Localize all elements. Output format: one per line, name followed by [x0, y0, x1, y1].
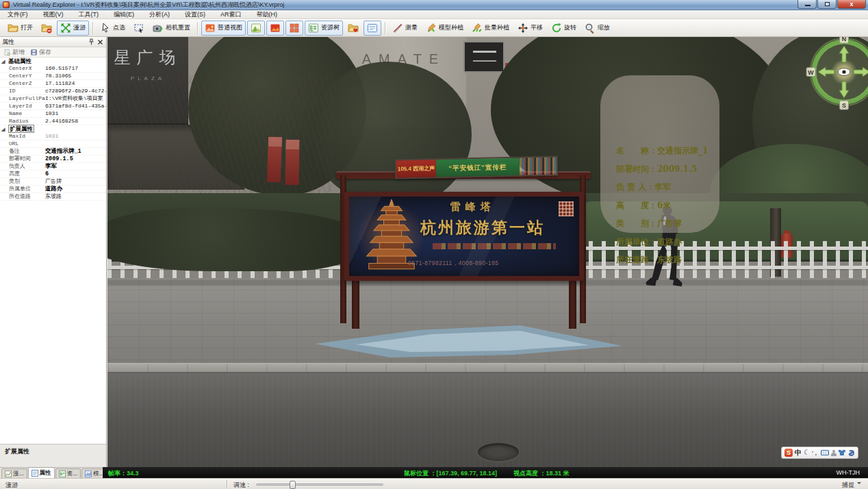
tooltip-line: 高 度：6米 — [616, 197, 708, 215]
ime-skin-icon[interactable] — [839, 450, 845, 455]
property-row[interactable]: 负责人李军 — [0, 163, 106, 171]
property-row[interactable]: 所在道路东坡路 — [0, 193, 106, 201]
form-button[interactable] — [363, 21, 381, 36]
pin-icon[interactable] — [88, 38, 95, 46]
front-bush — [107, 208, 361, 271]
restore-button[interactable] — [817, 0, 837, 9]
ime-settings-icon[interactable] — [847, 449, 854, 456]
ime-fullhalf-icon[interactable]: ☾ — [804, 449, 810, 456]
panel-close-icon[interactable] — [97, 38, 104, 46]
property-row[interactable]: 类别广告牌 — [0, 178, 106, 186]
pan-button[interactable]: 平移 — [514, 21, 546, 36]
marquee-select-button[interactable] — [130, 21, 148, 36]
property-value[interactable]: 1031 — [45, 133, 106, 140]
menu-item-3[interactable]: 工具(T) — [71, 10, 107, 19]
panel-tab-1[interactable]: 漫... — [1, 468, 27, 478]
favorite-folder-icon — [348, 23, 359, 34]
ime-toolbar[interactable]: S 中 ☾ '， — [781, 447, 858, 459]
property-grid[interactable]: ◢基础属性CenterX160.515717CenterY70.31065Cen… — [0, 58, 106, 444]
menu-item-7[interactable]: AR窗口 — [213, 10, 249, 19]
property-value[interactable]: 6371af8d-fd41-435a-97 — [45, 103, 106, 110]
menu-item-2[interactable]: 视图(V) — [36, 10, 71, 19]
property-row[interactable]: IDc72896f2-6b29-4c72-bb — [0, 88, 106, 95]
property-value[interactable]: I:\VR资料收集\项目案 — [45, 95, 106, 102]
property-row[interactable]: LayerFullPathI:\VR资料收集\项目案 — [0, 95, 106, 103]
ime-account-icon[interactable] — [831, 450, 837, 456]
save-button[interactable]: 保存 — [30, 48, 51, 57]
grid-view-button[interactable] — [285, 21, 303, 36]
speed-slider-thumb[interactable] — [290, 481, 296, 489]
expander-icon[interactable]: ◢ — [1, 58, 5, 65]
resource-tree-button[interactable]: 资源树 — [305, 21, 343, 36]
menu-item-6[interactable]: 设置(S) — [177, 10, 213, 19]
property-row[interactable]: CenterY70.31065 — [0, 73, 106, 80]
panel-tab-3[interactable]: 资... — [55, 468, 81, 478]
property-label: 高度 — [0, 171, 45, 177]
property-value[interactable]: 2009.1.5 — [45, 155, 106, 162]
ime-punctuation-icon[interactable]: '， — [812, 449, 819, 457]
property-value[interactable]: 李军 — [45, 163, 106, 170]
tooltip-line: 部署时间：2009.1.5 — [616, 160, 708, 179]
navigation-compass[interactable]: N S W E — [803, 37, 868, 113]
pick-button[interactable]: 点选 — [97, 21, 129, 36]
property-value[interactable]: c72896f2-6b29-4c72-bb — [45, 88, 106, 95]
billboard[interactable]: 雷峰塔 杭州旅游第一站 0571-87982111，4008-890-185 — [344, 192, 584, 281]
model-plant-button[interactable]: 模型种植 — [422, 21, 467, 36]
property-value[interactable]: 2.44168258 — [45, 118, 106, 125]
minimize-button[interactable] — [797, 0, 817, 9]
expander-icon[interactable]: ◢ — [1, 125, 5, 133]
property-label: Radius — [0, 118, 45, 125]
camera-reset-button[interactable]: 相机重置 — [149, 21, 194, 36]
ime-logo-icon[interactable]: S — [784, 449, 793, 457]
rotate-button[interactable]: 旋转 — [548, 21, 580, 36]
capture-dropdown[interactable]: 捕捉 — [842, 481, 861, 489]
property-row[interactable]: MaxId1031 — [0, 133, 106, 140]
property-row[interactable]: LayerId6371af8d-fd41-435a-97 — [0, 103, 106, 110]
property-value[interactable]: 广告牌 — [45, 178, 106, 185]
normal-view-button[interactable]: 普通视图 — [201, 21, 246, 36]
viewport-3d[interactable]: 星广场 PLAZA AMATE 105.4 西湖之声 “平安钱江”宣传栏 — [107, 37, 868, 467]
property-value[interactable]: 交通指示牌_1 — [45, 148, 106, 155]
menu-item-4[interactable]: 编辑(E) — [106, 10, 142, 19]
roam-button[interactable]: 漫游 — [57, 21, 89, 36]
property-group-header[interactable]: ◢基础属性 — [0, 58, 106, 65]
property-label: 部署时间 — [0, 155, 45, 162]
ime-keyboard-icon[interactable] — [821, 450, 829, 455]
open-button[interactable]: 打开 — [4, 21, 36, 36]
property-row[interactable]: 部署时间2009.1.5 — [0, 155, 106, 163]
property-value[interactable]: 160.515717 — [45, 65, 106, 72]
property-group-header[interactable]: ◢扩展属性 — [0, 125, 106, 133]
close-project-button[interactable] — [38, 21, 55, 36]
property-value[interactable]: 17.111824 — [45, 80, 106, 87]
menu-item-1[interactable]: 文件(F) — [0, 10, 36, 19]
property-row[interactable]: 备注交通指示牌_1 — [0, 148, 106, 155]
red-view-button[interactable] — [266, 21, 284, 36]
terrain-view-button[interactable] — [247, 21, 265, 36]
property-value[interactable]: 70.31065 — [45, 73, 106, 79]
property-row[interactable]: CenterZ17.111824 — [0, 80, 106, 88]
close-button[interactable]: x — [837, 0, 866, 9]
batch-plant-button[interactable]: 批量种植 — [468, 21, 513, 36]
property-row[interactable]: 所属单位道路办 — [0, 186, 106, 193]
property-value[interactable]: 东坡路 — [45, 193, 106, 200]
new-button[interactable]: 新增 — [3, 48, 25, 57]
ime-language-icon[interactable]: 中 — [795, 448, 802, 457]
property-value[interactable]: 1031 — [45, 110, 106, 117]
property-value[interactable] — [45, 140, 106, 147]
measure-button[interactable]: 测量 — [389, 21, 421, 36]
property-value[interactable]: 6 — [45, 171, 106, 177]
save-button-label: 保存 — [39, 48, 51, 57]
viewpoint-height-label: 视点高度 ：18.31 米 — [513, 469, 570, 478]
zoom-button[interactable]: 缩放 — [581, 21, 613, 36]
property-value[interactable]: 道路办 — [45, 186, 106, 192]
billboard-subline — [433, 243, 556, 249]
speed-slider[interactable] — [256, 484, 383, 486]
property-row[interactable]: 高度6 — [0, 171, 106, 178]
property-row[interactable]: URL — [0, 140, 106, 148]
menu-item-5[interactable]: 分析(A) — [142, 10, 177, 19]
panel-tab-2[interactable]: 属性 — [28, 467, 55, 478]
menu-item-8[interactable]: 帮助(H) — [249, 10, 285, 19]
property-row[interactable]: CenterX160.515717 — [0, 65, 106, 73]
property-row[interactable]: Name1031 — [0, 110, 106, 118]
favorite-folder-button[interactable] — [344, 21, 362, 36]
